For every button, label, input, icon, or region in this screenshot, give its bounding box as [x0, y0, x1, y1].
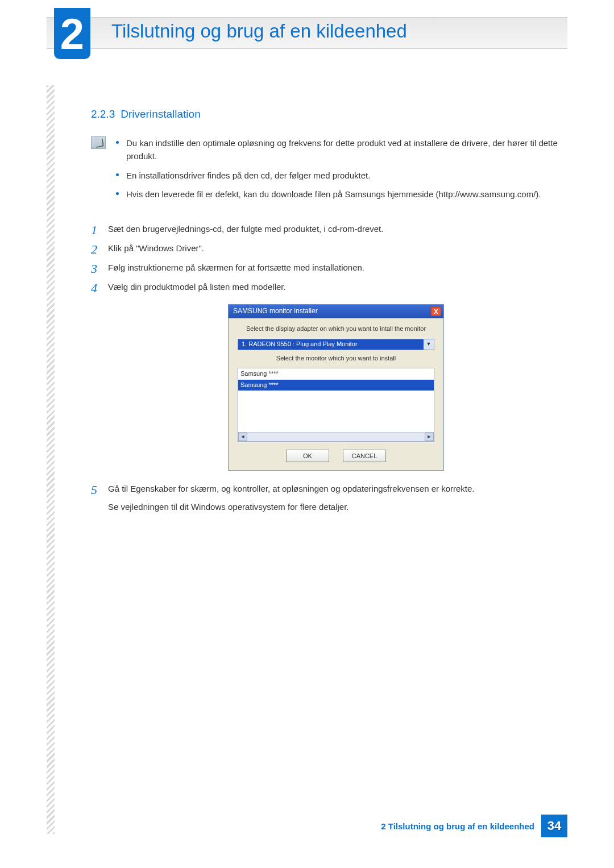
- chapter-title: Tilslutning og brug af en kildeenhed: [111, 20, 407, 42]
- step-text: Sæt den brugervejlednings-cd, der fulgte…: [108, 224, 383, 234]
- list-item-selected[interactable]: Samsung ****: [238, 380, 434, 391]
- monitor-listbox[interactable]: Samsung **** Samsung **** ◄ ►: [238, 368, 434, 442]
- section-number: 2.2.3: [91, 108, 115, 120]
- step-item: 5 Gå til Egenskaber for skærm, og kontro…: [91, 482, 564, 514]
- step-text: Gå til Egenskaber for skærm, og kontroll…: [108, 484, 475, 493]
- section-title: Driverinstallation: [121, 108, 200, 120]
- scroll-right-icon[interactable]: ►: [425, 433, 434, 441]
- step-item: 2 Klik på "Windows Driver".: [91, 242, 564, 255]
- section-heading: 2.2.3Driverinstallation: [91, 108, 564, 121]
- step-item: 4 Vælg din produktmodel på listen med mo…: [91, 280, 564, 471]
- installer-dialog: SAMSUNG monitor installer X Select the d…: [228, 304, 444, 471]
- note-icon: [91, 136, 106, 149]
- step-list: 1 Sæt den brugervejlednings-cd, der fulg…: [91, 222, 564, 514]
- step-number: 1: [91, 220, 97, 240]
- horizontal-scrollbar[interactable]: ◄ ►: [238, 432, 434, 441]
- footer-chapter-ref: 2 Tilslutning og brug af en kildeenhed: [381, 821, 541, 831]
- installer-title: SAMSUNG monitor installer: [233, 306, 318, 317]
- step-number: 4: [91, 278, 97, 298]
- cancel-button[interactable]: CANCEL: [343, 450, 386, 462]
- note-item: Du kan indstille den optimale opløsning …: [116, 136, 564, 163]
- step-text: Klik på "Windows Driver".: [108, 243, 204, 253]
- adapter-value: 1. RADEON 9550 : Plug and Play Monitor: [238, 339, 424, 350]
- step-extra-text: Se vejledningen til dit Windows operativ…: [108, 500, 564, 514]
- chevron-down-icon: ▼: [424, 339, 434, 350]
- step-text: Følg instruktionerne på skærmen for at f…: [108, 263, 364, 272]
- adapter-label: Select the display adapter on which you …: [238, 324, 434, 334]
- decorative-stripe: [47, 85, 55, 834]
- chapter-badge: 2: [54, 8, 90, 59]
- note-list: Du kan indstille den optimale opløsning …: [116, 136, 564, 206]
- step-number: 3: [91, 259, 97, 279]
- installer-body: Select the display adapter on which you …: [229, 318, 443, 470]
- page-footer: 2 Tilslutning og brug af en kildeenhed 3…: [381, 815, 567, 837]
- adapter-select[interactable]: 1. RADEON 9550 : Plug and Play Monitor ▼: [238, 339, 434, 350]
- scroll-left-icon[interactable]: ◄: [238, 433, 247, 441]
- chapter-number: 2: [60, 9, 84, 59]
- installer-button-row: OK CANCEL: [238, 450, 434, 462]
- monitor-label: Select the monitor which you want to ins…: [238, 354, 434, 364]
- content-region: 2.2.3Driverinstallation Du kan indstille…: [91, 108, 564, 520]
- step-item: 1 Sæt den brugervejlednings-cd, der fulg…: [91, 222, 564, 236]
- step-text: Vælg din produktmodel på listen med mode…: [108, 282, 286, 292]
- note-item: Hvis den leverede fil er defekt, kan du …: [116, 188, 564, 201]
- note-block: Du kan indstille den optimale opløsning …: [91, 136, 564, 206]
- close-button[interactable]: X: [431, 307, 441, 316]
- ok-button[interactable]: OK: [286, 450, 329, 462]
- step-item: 3 Følg instruktionerne på skærmen for at…: [91, 261, 564, 275]
- installer-titlebar: SAMSUNG monitor installer X: [229, 305, 443, 318]
- page-number: 34: [541, 815, 567, 837]
- list-item[interactable]: Samsung ****: [238, 368, 434, 380]
- step-number: 5: [91, 480, 97, 500]
- step-number: 2: [91, 239, 97, 259]
- note-item: En installationsdriver findes på den cd,…: [116, 169, 564, 182]
